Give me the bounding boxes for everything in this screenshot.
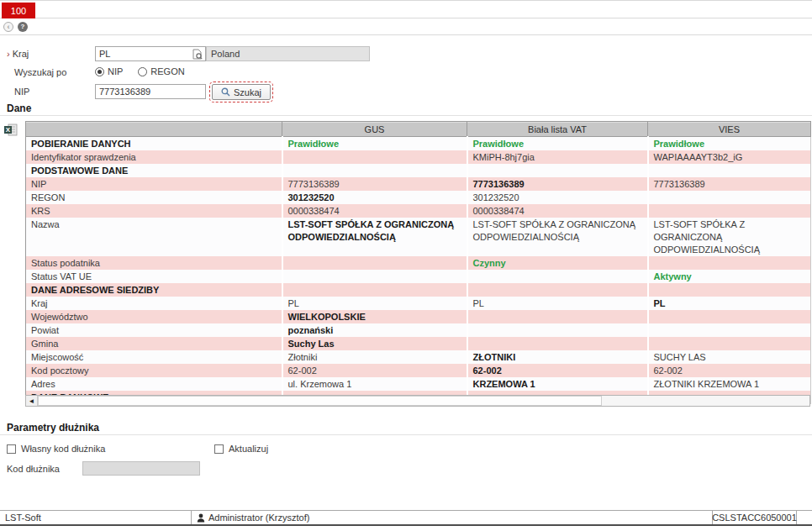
row-value: Suchy Las (282, 337, 467, 350)
table-row[interactable]: Identyfikator sprawdzeniaKMiPH-8hj7giaWA… (26, 150, 811, 164)
row-value (648, 323, 811, 337)
kod-dluznika-input (82, 461, 200, 476)
column-header-label[interactable] (26, 122, 282, 137)
country-lookup-icon[interactable] (192, 49, 203, 60)
back-icon[interactable]: ‹ (3, 22, 13, 32)
kraj-label: ›Kraj (7, 49, 29, 59)
row-label: Adres (26, 377, 282, 391)
row-value (648, 310, 811, 323)
table-row[interactable]: GminaSuchy Las (26, 337, 811, 350)
parametry-section-title: Parametry dłużnika (7, 422, 99, 434)
radio-regon[interactable] (138, 67, 147, 76)
row-value (282, 283, 467, 297)
table-row[interactable]: Status podatnikaCzynny (26, 256, 811, 270)
row-value: 301232520 (467, 191, 648, 204)
table-row[interactable]: KrajPLPLPL (26, 297, 811, 310)
row-value: PL (282, 297, 467, 310)
column-header-vies[interactable]: VIES (648, 122, 811, 137)
wlasny-kod-row: Własny kod dłużnika (7, 444, 105, 454)
aktualizuj-label[interactable]: Aktualizuj (229, 444, 268, 454)
szukaj-button[interactable]: Szukaj (212, 84, 271, 100)
row-label: Kod pocztowy (26, 364, 282, 377)
row-value (648, 164, 811, 177)
radio-nip-label[interactable]: NIP (108, 66, 123, 76)
user-icon (197, 513, 205, 523)
row-value: Prawidłowe (282, 137, 467, 151)
scroll-left-icon[interactable]: ◄ (26, 396, 38, 406)
parametry-rule (0, 434, 812, 435)
row-label: Status podatnika (26, 256, 282, 270)
row-value: Prawidłowe (467, 137, 648, 151)
horizontal-scrollbar[interactable]: ◄ (25, 395, 810, 407)
kraj-code-input[interactable] (95, 46, 206, 61)
dane-table: GUS Biała lista VAT VIES POBIERANIE DANY… (25, 121, 811, 404)
table-row[interactable]: Adresul. Krzemowa 1KRZEMOWA 1ZŁOTNIKI KR… (26, 377, 811, 391)
row-value: WIELKOPOLSKIE (282, 310, 467, 323)
row-value (282, 164, 467, 177)
row-value (467, 164, 648, 177)
wyszukaj-po-label: Wyszukaj po (14, 67, 66, 77)
row-label: NIP (26, 177, 282, 191)
row-value (467, 283, 648, 297)
aktualizuj-checkbox[interactable] (214, 444, 224, 454)
table-row[interactable]: KRS00003384740000338474 (26, 204, 811, 218)
row-value (467, 337, 648, 350)
row-value (648, 204, 811, 218)
row-value: 0000338474 (282, 204, 467, 218)
row-value (282, 256, 467, 270)
row-value: WAPIAAAAYT3b2_iG (648, 150, 811, 164)
row-value: 62-002 (467, 364, 648, 377)
tab-100[interactable]: 100 (2, 3, 35, 18)
row-value: 62-002 (282, 364, 467, 377)
dane-section-title: Dane (7, 103, 31, 114)
dane-rule (0, 115, 812, 116)
row-label: Gmina (26, 337, 282, 350)
row-value: 7773136389 (648, 177, 811, 191)
row-value: Aktywny (648, 270, 811, 283)
nip-input[interactable] (95, 84, 206, 99)
radio-nip[interactable] (95, 67, 104, 76)
row-value: Prawidłowe (648, 137, 811, 151)
row-label: Województwo (26, 310, 282, 323)
column-header-gus[interactable]: GUS (282, 122, 467, 137)
row-value: ZŁOTNIKI (467, 350, 648, 364)
table-row[interactable]: MiejscowośćZłotnikiZŁOTNIKISUCHY LAS (26, 350, 811, 364)
help-icon[interactable]: ? (18, 22, 28, 32)
scrollbar-thumb[interactable] (38, 396, 602, 406)
row-label: Status VAT UE (26, 270, 282, 283)
table-row[interactable]: DANE ADRESOWE SIEDZIBY (26, 283, 811, 297)
statusbar-company: LST-Soft (0, 511, 192, 524)
row-label: REGON (26, 191, 282, 204)
row-label: Identyfikator sprawdzenia (26, 150, 282, 164)
column-header-biala-lista[interactable]: Biała lista VAT (467, 122, 648, 137)
toolbar: ‹ ? (0, 19, 812, 35)
country-name-field: Poland (206, 46, 370, 61)
row-value (467, 270, 648, 283)
excel-export-icon[interactable]: X (4, 124, 18, 136)
tab-bar: 100 (0, 0, 812, 18)
wlasny-kod-label[interactable]: Własny kod dłużnika (21, 444, 105, 454)
statusbar-code: CSLSTACC6050001 (713, 511, 797, 524)
search-icon (221, 87, 230, 97)
table-row[interactable]: PODSTAWOWE DANE (26, 164, 811, 177)
row-value (648, 191, 811, 204)
statusbar-user-cell: Administrator (Krzysztof) (192, 511, 713, 524)
table-row[interactable]: Kod pocztowy62-00262-00262-002 (26, 364, 811, 377)
svg-text:X: X (6, 126, 11, 134)
szukaj-button-label: Szukaj (234, 87, 261, 97)
table-row[interactable]: POBIERANIE DANYCHPrawidłowePrawidłowePra… (26, 137, 811, 151)
table-row[interactable]: REGON301232520301232520 (26, 191, 811, 204)
radio-regon-label[interactable]: REGON (150, 66, 184, 76)
row-value: 0000338474 (467, 204, 648, 218)
search-by-radio-group: NIP REGON (95, 66, 197, 76)
table-row[interactable]: WojewództwoWIELKOPOLSKIE (26, 310, 811, 323)
row-value: PL (467, 297, 648, 310)
table-row[interactable]: NazwaLST-SOFT SPÓŁKA Z OGRANICZONĄ ODPOW… (26, 218, 811, 256)
row-value: 7773136389 (467, 177, 648, 191)
wlasny-kod-checkbox[interactable] (7, 444, 16, 454)
table-row[interactable]: Powiatpoznański (26, 323, 811, 337)
row-value: 7773136389 (282, 177, 467, 191)
row-value: LST-SOFT SPÓŁKA Z OGRANICZONĄ ODPOWIEDZI… (467, 218, 648, 256)
table-row[interactable]: NIP777313638977731363897773136389 (26, 177, 811, 191)
table-row[interactable]: Status VAT UEAktywny (26, 270, 811, 283)
